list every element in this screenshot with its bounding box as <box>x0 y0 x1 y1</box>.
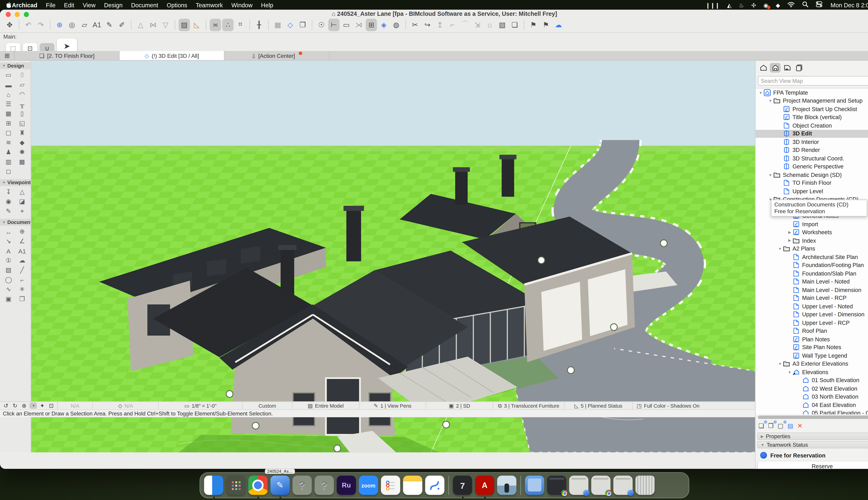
panel-tool[interactable]: ▩ <box>15 157 29 167</box>
tree-item[interactable]: ▶Index <box>756 237 868 245</box>
status-segment-6[interactable]: ✎1 | View Pens <box>359 402 426 409</box>
ruler-icon[interactable]: ▭ <box>341 19 352 31</box>
view-tab-3[interactable]: ⍙[Action Center] <box>225 51 329 60</box>
worksheet-tool[interactable]: ✎ <box>2 206 15 216</box>
dimension-tool[interactable]: ↔ <box>2 227 15 237</box>
status-segment-10[interactable]: ◳Full Color - Shadows On <box>632 402 704 409</box>
morph-tool[interactable]: ◆ <box>15 138 29 147</box>
tree-item[interactable]: Upper Level - RCP <box>756 319 868 327</box>
tab-overview-button[interactable]: ⊞ <box>0 51 15 60</box>
set-square-icon[interactable]: ◺ <box>191 19 202 31</box>
apple-menu-icon[interactable] <box>6 1 12 8</box>
rhino7-dock-icon[interactable]: 7 <box>453 476 472 495</box>
menu-item-document[interactable]: Document <box>131 1 158 8</box>
tree-item[interactable]: 3D Structural Coord. <box>756 154 868 162</box>
menu-item-edit[interactable]: Edit <box>64 1 74 8</box>
toolbox-section-viewpoint[interactable]: ▼Viewpoint <box>0 179 31 186</box>
tree-expander-icon[interactable]: ▼ <box>777 362 783 366</box>
status-segment-4[interactable]: Custom <box>242 402 292 409</box>
split-icon[interactable]: ✂ <box>409 19 421 31</box>
view-settings-button[interactable]: ▤ <box>787 422 793 430</box>
column-tool[interactable]: ⌷ <box>15 70 29 80</box>
window-title-bar[interactable]: ⌂240524_Aster Lane [fpa - BIMcloud Softw… <box>0 10 868 17</box>
downloads-folder-dock-icon[interactable] <box>525 476 544 495</box>
label-a1-icon[interactable]: A1 <box>91 19 103 31</box>
camera-tool[interactable]: ⌖ <box>15 206 29 216</box>
section-tool[interactable]: ↧ <box>2 187 15 197</box>
zoom-increment-icon[interactable]: ⊕ <box>54 19 65 31</box>
tree-expander-icon[interactable]: ▼ <box>758 91 764 95</box>
drawing-tool[interactable]: ❐ <box>15 294 29 304</box>
swirl-app-icon[interactable]: ◉ <box>764 2 768 9</box>
tree-item[interactable]: Generic Perspective <box>756 162 868 171</box>
fillet-icon[interactable]: ⌒ <box>459 19 470 31</box>
finder-dock-icon[interactable] <box>204 476 224 495</box>
flag-list-icon[interactable]: ⚑ <box>540 19 551 31</box>
tree-item[interactable]: Upper Level - Dimension <box>756 310 868 319</box>
status-segment-1[interactable]: N/A <box>57 402 92 409</box>
tree-expander-icon[interactable]: ▶ <box>787 238 792 243</box>
new-view-button[interactable]: ❏⊕ <box>758 422 764 430</box>
angle-dimension-tool[interactable]: ∠ <box>15 237 29 246</box>
patch-tool[interactable]: ☁ <box>15 256 29 265</box>
undo-icon[interactable]: ↶ <box>23 19 34 31</box>
dimension-marker-icon[interactable]: ⊢ <box>328 19 340 31</box>
minimized-window-dock-icon-3[interactable] <box>591 476 610 495</box>
edit-plane-icon[interactable]: ⊞ <box>366 19 377 31</box>
freeform-dock-icon[interactable] <box>425 476 444 495</box>
pan-tool-icon[interactable]: ✥ <box>4 19 15 31</box>
next-icon[interactable]: ▽ <box>160 19 171 31</box>
hatch-fill-icon[interactable]: ▨ <box>179 19 190 31</box>
unknown-app-dock-icon[interactable]: ? <box>293 476 312 495</box>
lamp-tool[interactable]: ✺ <box>15 147 29 157</box>
text-tool[interactable]: A <box>2 246 15 256</box>
tree-item[interactable]: 03 North Elevation <box>756 393 868 401</box>
zoom-in-icon[interactable]: ⊕ <box>21 402 28 409</box>
solid-operation-icon[interactable]: ▧ <box>496 19 508 31</box>
guide-lines-icon[interactable]: ╂ <box>253 19 265 31</box>
elevation-tool[interactable]: △ <box>15 187 29 197</box>
tree-item[interactable]: TO Finish Floor <box>756 179 868 187</box>
photo-file-dock-icon[interactable] <box>497 476 516 495</box>
cutaway-3d-icon[interactable]: ◈ <box>378 19 389 31</box>
equipment-tool[interactable]: ▥ <box>2 157 15 167</box>
tree-item[interactable]: ▼A2 Plans <box>756 245 868 253</box>
line-tool[interactable]: ╱ <box>15 265 29 275</box>
inject-parameters-icon[interactable]: ✐ <box>116 19 127 31</box>
railing-tool[interactable]: ╥ <box>15 99 29 109</box>
fill-tool[interactable]: ▨ <box>2 265 15 275</box>
tree-item[interactable]: Import <box>756 220 868 228</box>
menu-item-teamwork[interactable]: Teamwork <box>196 1 223 8</box>
status-segment-3[interactable]: ▭1/8" = 1'-0" <box>158 402 242 409</box>
toolbox-section-document[interactable]: ▼Document <box>0 219 31 226</box>
tree-item[interactable]: Upper Level - Noted <box>756 302 868 310</box>
mirror-icon[interactable]: ⋈ <box>147 19 159 31</box>
tree-item[interactable]: 3D Interior <box>756 138 868 146</box>
wall-tool[interactable]: ▭ <box>2 70 15 80</box>
orbit-back-icon[interactable]: ↺ <box>2 402 10 409</box>
roof-tool[interactable]: ⌂ <box>2 90 15 99</box>
teamwork-cloud-icon[interactable]: ☁ <box>553 19 564 31</box>
view-tab-1[interactable]: ❏[2. TO Finish Floor] <box>15 51 119 60</box>
tree-item[interactable]: 01 South Elevation <box>756 376 868 384</box>
polyline-tool[interactable]: ⌐ <box>15 275 29 285</box>
constraint-icon[interactable]: ⋊ <box>353 19 364 31</box>
premiere-rush-dock-icon[interactable]: Ru <box>337 476 356 495</box>
hotspot-tool[interactable]: ✳ <box>15 285 29 294</box>
radial-dimension-tool[interactable]: ↘ <box>2 237 15 246</box>
window-tool[interactable]: ⊞ <box>2 118 15 128</box>
archicad-dock-icon[interactable]: ✎240524_As… <box>271 476 290 495</box>
status-segment-7[interactable]: ▣2 | SD <box>426 402 492 409</box>
publisher-tab[interactable] <box>793 63 804 72</box>
tree-item[interactable]: 02 West Elevation <box>756 384 868 393</box>
knot-app-icon[interactable]: ✣ <box>751 2 756 9</box>
skylight-tool[interactable]: ◱ <box>15 118 29 128</box>
tree-item[interactable]: Project Start Up Checklist <box>756 105 868 113</box>
tree-item[interactable]: Main Level - Dimension <box>756 286 868 294</box>
skewed-grid-icon[interactable]: ▦ <box>272 19 283 31</box>
tree-item[interactable]: Foundation/Slab Plan <box>756 269 868 277</box>
spotlight-icon[interactable] <box>802 1 809 8</box>
compass-icon[interactable]: ◍ <box>391 19 402 31</box>
reserve-button[interactable]: Reserve <box>758 462 868 469</box>
toolbox-section-design[interactable]: ▼Design <box>0 62 31 69</box>
